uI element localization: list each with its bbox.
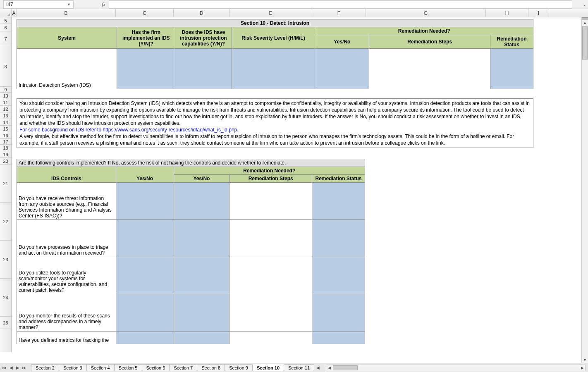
column-header-B[interactable]: B (17, 9, 116, 17)
column-header-F[interactable]: F (312, 9, 366, 17)
control-cell[interactable] (174, 331, 229, 344)
control-cell[interactable] (312, 331, 365, 344)
control-cell[interactable] (116, 294, 174, 331)
header-status: Remediation Status (490, 35, 533, 49)
column-header-C[interactable]: C (116, 9, 174, 17)
cell-protection[interactable] (175, 49, 232, 89)
row-header-6[interactable]: 6 (0, 24, 11, 31)
hscroll-left-icon[interactable]: ◀ (326, 366, 332, 370)
header-system: System (17, 27, 117, 49)
row-header-9[interactable]: 9 (0, 87, 11, 93)
control-cell[interactable] (174, 294, 229, 331)
sheet-tab-section-9[interactable]: Section 9 (225, 364, 253, 371)
control-cell[interactable] (312, 183, 365, 220)
tab-last-icon[interactable]: ⏭ (22, 365, 27, 371)
tab-next-icon[interactable]: ▶ (15, 365, 21, 371)
control-cell[interactable] (116, 257, 174, 294)
tab-scroll-right-icon[interactable]: ◀ (314, 365, 322, 370)
hscroll-thumb[interactable] (333, 365, 358, 370)
select-all-corner[interactable] (0, 9, 12, 17)
control-cell[interactable] (116, 331, 174, 344)
sheet-tab-section-10[interactable]: Section 10 (252, 364, 284, 371)
cell-rem-yesno[interactable] (315, 49, 369, 89)
sheet-tab-section-7[interactable]: Section 7 (169, 364, 197, 371)
formula-input[interactable] (109, 0, 572, 9)
formula-bar-expand-icon[interactable]: ⌄ (581, 2, 588, 7)
control-cell[interactable] (229, 294, 312, 331)
row-header-8[interactable]: 8 (0, 46, 11, 87)
tab-first-icon[interactable]: ⏮ (2, 365, 7, 371)
vertical-scrollbar[interactable]: ▲ ▼ (581, 17, 588, 363)
sheet-tab-section-5[interactable]: Section 5 (114, 364, 142, 371)
control-cell[interactable] (116, 183, 174, 220)
hscroll-right-icon[interactable]: ▶ (579, 366, 585, 370)
control-cell[interactable] (229, 220, 312, 257)
narrative-p1: You should consider having an Intrusion … (19, 100, 531, 126)
row-header-23[interactable]: 23 (0, 241, 11, 279)
column-header-E[interactable]: E (229, 9, 312, 17)
scroll-track[interactable] (582, 26, 588, 357)
control-question[interactable]: Do you utilize tools to regularly scan/m… (17, 257, 116, 294)
scroll-up-icon[interactable]: ▲ (582, 20, 588, 26)
cell-severity[interactable] (232, 49, 315, 89)
row-header-14[interactable]: 14 (0, 119, 11, 126)
row-header-10[interactable]: 10 (0, 93, 11, 99)
sheet-tab-section-11[interactable]: Section 11 (284, 364, 314, 371)
row-header-19[interactable]: 19 (0, 151, 11, 158)
name-box[interactable]: I47 ▼ (3, 0, 74, 9)
sheet-tab-section-3[interactable]: Section 3 (59, 364, 87, 371)
control-cell[interactable] (229, 331, 312, 344)
row-header-22[interactable]: 22 (0, 203, 11, 241)
row-header-18[interactable]: 18 (0, 145, 11, 151)
control-cell[interactable] (229, 183, 312, 220)
sheet-tab-section-4[interactable]: Section 4 (86, 364, 115, 371)
cell-system[interactable]: Intrusion Detection System (IDS) (17, 49, 117, 89)
control-question[interactable]: Do you monitor the results of these scan… (17, 294, 116, 331)
sheet-tab-section-2[interactable]: Section 2 (31, 364, 59, 371)
header-protection: Does the IDS have intrusion protection c… (175, 27, 232, 49)
tab-prev-icon[interactable]: ◀ (8, 365, 14, 371)
column-header-G[interactable]: G (366, 9, 486, 17)
horizontal-scrollbar[interactable]: ◀ ▶ (326, 365, 586, 371)
row-header-24[interactable]: 24 (0, 279, 11, 317)
scroll-down-icon[interactable]: ▼ (582, 357, 588, 363)
row-header-16[interactable]: 16 (0, 132, 11, 139)
name-box-dropdown-icon[interactable]: ▼ (67, 2, 71, 7)
table-row: Do you have processes in place to triage… (17, 220, 365, 257)
control-cell[interactable] (229, 257, 312, 294)
row-header-11[interactable]: 11 (0, 99, 11, 106)
row-header-15[interactable]: 15 (0, 126, 11, 132)
control-cell[interactable] (312, 294, 365, 331)
row-header-21[interactable]: 21 (0, 165, 11, 203)
row-header-13[interactable]: 13 (0, 112, 11, 119)
control-cell[interactable] (312, 257, 365, 294)
row-header-17[interactable]: 17 (0, 139, 11, 145)
fx-label[interactable]: fx (98, 1, 109, 8)
sheet-tab-section-8[interactable]: Section 8 (197, 364, 225, 371)
control-question[interactable]: Have you defined metrics for tracking th… (17, 331, 116, 344)
row-header-25[interactable]: 25 (0, 317, 11, 329)
column-headers: ABCDEFGHI (0, 9, 588, 17)
row-header-12[interactable]: 12 (0, 106, 11, 112)
control-question[interactable]: Do you have receive threat information f… (17, 183, 116, 220)
sheet-tab-section-6[interactable]: Section 6 (142, 364, 170, 371)
row-header-7[interactable]: 7 (0, 31, 11, 46)
cell-rem-steps[interactable] (369, 49, 490, 89)
grid-area[interactable]: Section 10 - Detect: Intrusion System Ha… (12, 17, 588, 352)
control-cell[interactable] (312, 220, 365, 257)
column-header-H[interactable]: H (486, 9, 528, 17)
control-cell[interactable] (116, 220, 174, 257)
scroll-thumb[interactable] (582, 26, 588, 60)
column-header-I[interactable]: I (528, 9, 549, 17)
column-header-A[interactable]: A (12, 9, 17, 17)
row-header-20[interactable]: 20 (0, 158, 11, 165)
column-header-D[interactable]: D (174, 9, 229, 17)
row-header-5[interactable]: 5 (0, 17, 11, 24)
control-cell[interactable] (174, 183, 229, 220)
cell-implemented[interactable] (117, 49, 175, 89)
cell-rem-status[interactable] (490, 49, 533, 89)
control-cell[interactable] (174, 220, 229, 257)
control-cell[interactable] (174, 257, 229, 294)
narrative-link[interactable]: For some background on IDS refer to http… (19, 127, 239, 133)
control-question[interactable]: Do you have processes in place to triage… (17, 220, 116, 257)
